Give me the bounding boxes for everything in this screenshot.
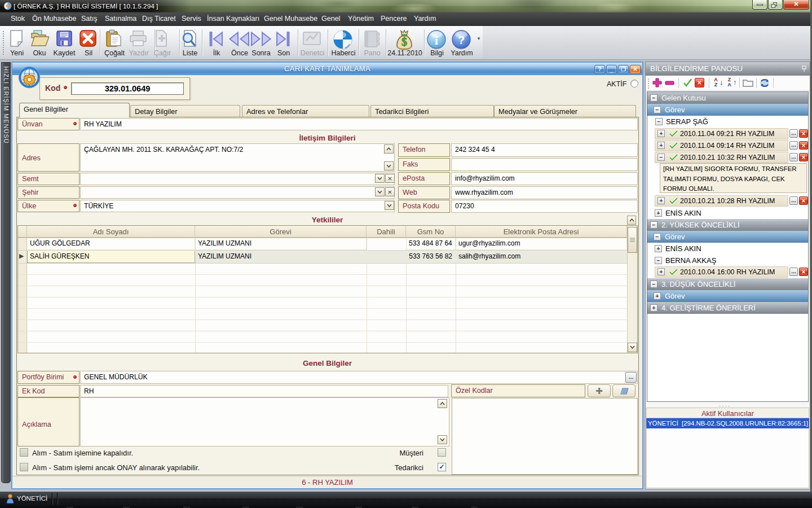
- svg-text:?: ?: [458, 34, 465, 46]
- svg-text:$: $: [401, 36, 407, 48]
- svg-text:i: i: [435, 34, 438, 47]
